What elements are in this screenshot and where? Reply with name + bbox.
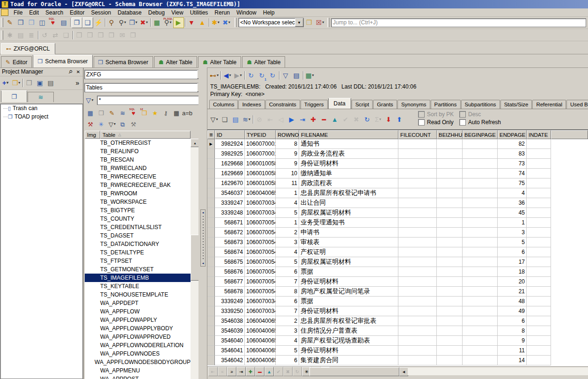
delete-record-icon[interactable]: ▬ <box>319 114 330 125</box>
cell-indate[interactable] <box>527 346 551 356</box>
row-marker[interactable] <box>207 297 215 306</box>
detail-tab[interactable]: Referential <box>532 100 566 109</box>
cell-rowno[interactable]: 11 <box>276 178 299 188</box>
print-icon[interactable]: ▤ <box>45 78 56 89</box>
menu-item[interactable]: Database <box>114 9 145 16</box>
cell-indate[interactable] <box>527 267 551 277</box>
cell-typeid[interactable]: 1060070034 <box>245 306 276 316</box>
cell-filecount[interactable] <box>398 228 437 238</box>
row-marker[interactable] <box>207 336 215 346</box>
cell-beginpage[interactable] <box>463 257 498 267</box>
table-list-item[interactable]: WA_APPFLOWNODES <box>85 349 191 358</box>
cell-rowno[interactable]: 2 <box>276 228 299 238</box>
cell-filename[interactable]: 房政业务流程表 <box>299 149 398 159</box>
cell-rowno[interactable]: 3 <box>276 326 299 336</box>
row-marker[interactable] <box>207 247 215 257</box>
table-row[interactable]: 3982925 1060070001 9 房政业务流程表 83 <box>207 149 588 159</box>
cell-filename[interactable]: 房地产权属登记询问笔录 <box>299 287 398 297</box>
cell-filecount[interactable] <box>398 316 437 326</box>
detail-tab[interactable]: Used By <box>566 100 588 109</box>
checkbox-icon[interactable] <box>418 119 425 126</box>
checkbox-icon[interactable] <box>459 119 466 126</box>
check-out-icon[interactable]: ▲ <box>197 17 208 28</box>
cell-beizhhu[interactable] <box>437 169 463 178</box>
reload-doc-icon[interactable]: ❐ <box>128 30 139 40</box>
menu-item[interactable]: File <box>10 9 26 16</box>
tab-editor[interactable]: ✎ Editor <box>1 56 32 67</box>
table-list-item[interactable]: TS_KEYTABLE <box>85 282 191 290</box>
cell-endpage[interactable]: 75 <box>498 178 527 188</box>
cell-filecount[interactable] <box>398 208 437 218</box>
cell-rowno[interactable]: 5 <box>276 208 299 218</box>
cell-typeid[interactable]: 1060040065 <box>245 188 276 198</box>
tab-alter-table-2[interactable]: ☗ Alter Table <box>198 56 241 67</box>
cell-id[interactable]: 3546040 <box>215 336 245 346</box>
cell-endpage[interactable]: 73 <box>498 159 527 169</box>
row-marker[interactable] <box>207 346 215 356</box>
read-only-checkbox[interactable]: Read Only <box>418 119 454 126</box>
img-column-header[interactable]: Img <box>85 131 100 139</box>
row-marker[interactable] <box>207 287 215 297</box>
cell-beginpage[interactable] <box>463 188 498 198</box>
cell-rowno[interactable]: 4 <box>276 247 299 257</box>
team-coding-icon[interactable]: ▦ <box>152 17 162 28</box>
row-marker[interactable] <box>207 169 215 178</box>
cell-filecount[interactable] <box>398 346 437 356</box>
table-row[interactable]: 3546038 1060040065 2 忠县房屋所有权登记审批表 6 <box>207 316 588 326</box>
cell-filecount[interactable] <box>398 336 437 346</box>
cell-id[interactable]: 3339250 <box>215 306 245 316</box>
menu-item[interactable]: Window <box>233 9 260 16</box>
view-options-icon[interactable]: ▦ ▾ <box>304 70 315 81</box>
cell-typeid[interactable]: 1060070034 <box>245 208 276 218</box>
cell-rowno[interactable]: 4 <box>276 336 299 346</box>
cell-indate[interactable] <box>527 277 551 287</box>
cell-id[interactable]: 1629670 <box>215 178 245 188</box>
row-marker[interactable] <box>207 149 215 159</box>
new-editor-icon[interactable]: ❒ <box>26 17 37 28</box>
cell-typeid[interactable]: 1060010058 <box>245 169 276 178</box>
cell-rowno[interactable]: 7 <box>276 306 299 316</box>
cell-beizhhu[interactable] <box>437 198 463 208</box>
row-marker[interactable] <box>207 257 215 267</box>
cell-rowno[interactable]: 5 <box>276 346 299 356</box>
detail-tab[interactable]: Indexes <box>238 100 265 109</box>
cell-id[interactable]: 568676 <box>215 267 245 277</box>
table-list-item[interactable]: WA_APPPOST <box>85 375 191 379</box>
auto-refresh-checkbox[interactable]: Auto Refresh <box>459 119 501 126</box>
save-workspace-icon[interactable]: ❒ <box>304 17 315 28</box>
cell-typeid[interactable]: 1060070034 <box>245 297 276 306</box>
table-list-item[interactable]: TB_WORKSPACE <box>85 198 191 206</box>
nav-first-button[interactable]: ⇤ <box>208 367 218 376</box>
execute-icon[interactable]: ⚡ <box>93 17 104 28</box>
column-header-filename[interactable]: FILENAME <box>299 130 398 139</box>
table-list-item[interactable]: WA_APPDEPT <box>85 299 191 307</box>
column-list-icon[interactable]: ▤ <box>291 70 302 81</box>
cell-id[interactable]: 568671 <box>215 218 245 228</box>
cell-id[interactable]: 568678 <box>215 287 245 297</box>
cell-filecount[interactable] <box>398 356 437 365</box>
rename-icon[interactable]: a=b <box>182 108 193 119</box>
cell-beginpage[interactable] <box>463 178 498 188</box>
calculator-icon[interactable]: ▦ <box>171 108 182 119</box>
table-row[interactable]: 568676 1060070054 6 票据 18 <box>207 267 588 277</box>
commit-icon[interactable]: ⊘ <box>254 114 265 125</box>
chevron-down-icon[interactable]: ▼ <box>295 18 303 27</box>
cell-filename[interactable]: 忠县房屋所有权登记申请书 <box>299 188 398 198</box>
cell-typeid[interactable]: 1060070054 <box>245 277 276 287</box>
menu-item[interactable]: Help <box>260 9 278 16</box>
save-project-icon[interactable]: ▣ <box>35 78 45 89</box>
table-list-item[interactable]: TB_RWRECRECEIVE <box>85 172 191 181</box>
table-list-item[interactable]: WA_APPMENU <box>85 366 191 375</box>
new-doc-icon[interactable]: ❒ <box>74 30 85 40</box>
session-browser-icon[interactable]: ◫ <box>37 17 48 28</box>
table-row[interactable]: 3339248 1060070034 5 房屋权属证明材料 45 <box>207 208 588 218</box>
cell-filecount[interactable] <box>398 326 437 336</box>
sql-monitor-icon[interactable]: ♥ SQL <box>48 17 59 28</box>
cell-typeid[interactable]: 1060010058 <box>245 178 276 188</box>
insert-record-icon[interactable]: ✚ <box>308 114 319 125</box>
cell-indate[interactable] <box>527 316 551 326</box>
cell-rowno[interactable]: 6 <box>276 267 299 277</box>
toolbar-grip[interactable] <box>327 18 330 27</box>
refresh-data-icon[interactable]: ↻ <box>362 114 373 125</box>
cell-beizhhu[interactable] <box>437 188 463 198</box>
